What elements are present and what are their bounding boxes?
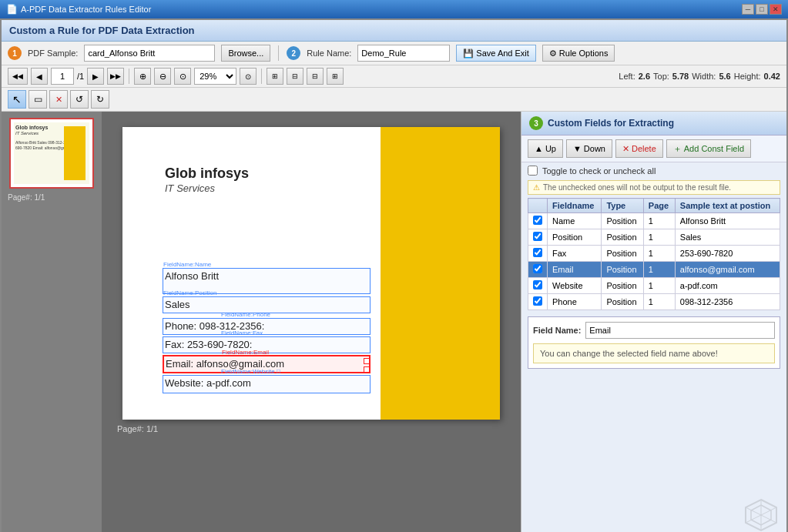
close-button[interactable]: ✕	[770, 4, 782, 15]
card-yellow-block	[381, 127, 500, 420]
col-sample: Sample text at postion	[675, 199, 780, 213]
warning-icon: ⚠	[533, 183, 540, 192]
minimize-button[interactable]: ─	[742, 4, 754, 15]
prev-page-button[interactable]: ◀	[31, 68, 48, 85]
step2-circle: 2	[287, 46, 300, 60]
row-check[interactable]	[528, 278, 548, 294]
warning-text: The unchecked ones will not be output to…	[543, 183, 731, 192]
last-page-button[interactable]: ▶▶	[107, 68, 124, 85]
row-checkbox-4[interactable]	[533, 280, 542, 289]
page-number-input[interactable]	[51, 68, 74, 85]
resize-handle[interactable]	[364, 358, 370, 364]
zoom-in-button[interactable]: ⊖	[154, 68, 171, 85]
cursor-tool-button[interactable]: ↖	[8, 90, 26, 109]
row-check[interactable]	[528, 294, 548, 310]
up-button[interactable]: ▲ Up	[528, 139, 563, 158]
options-icon: ⚙	[549, 49, 557, 59]
row-page: 1	[643, 213, 675, 229]
zoom-out-button[interactable]: ⊕	[134, 68, 151, 85]
title-bar-left: 📄 A-PDF Data Extractor Rules Editor	[6, 4, 151, 15]
refresh-button[interactable]: ⊙	[240, 68, 257, 85]
hint-text: You can change the selected field name a…	[540, 349, 718, 358]
browse-button[interactable]: Browse...	[221, 45, 270, 62]
step3-circle: 3	[529, 116, 543, 130]
preview-area[interactable]: Glob infosys IT Services FieldName:Name …	[102, 112, 521, 532]
down-label: Down	[584, 144, 605, 153]
delete-tool-button[interactable]: ✕	[49, 90, 68, 109]
page-total: /1	[77, 72, 84, 81]
up-icon: ▲	[535, 144, 543, 153]
fit-button[interactable]: ⊙	[174, 68, 191, 85]
row-page: 1	[643, 278, 675, 294]
table-row[interactable]: Phone Position 1 098-312-2356	[528, 294, 780, 310]
table-row[interactable]: Website Position 1 a-pdf.com	[528, 278, 780, 294]
field-phone-overlay[interactable]: FieldName:Phone Phone: 098-312-2356:	[163, 318, 371, 335]
tool-btn3[interactable]: ⊟	[307, 68, 324, 85]
col-page: Page	[643, 199, 675, 213]
fields-table: Fieldname Type Page Sample text at posti…	[528, 198, 780, 310]
toggle-all-checkbox[interactable]	[528, 166, 538, 176]
table-row[interactable]: Fax Position 1 253-690-7820	[528, 246, 780, 262]
field-name-input[interactable]	[585, 322, 775, 339]
resize-handle2[interactable]	[364, 366, 370, 373]
step1-circle: 1	[8, 46, 22, 60]
warning-bar: ⚠ The unchecked ones will not be output …	[528, 180, 780, 195]
table-row[interactable]: Position Position 1 Sales	[528, 229, 780, 246]
row-sample: 098-312-2356	[675, 294, 780, 310]
zoom-select[interactable]: 29% 50% 75% 100%	[194, 68, 236, 85]
row-checkbox-3[interactable]	[533, 264, 542, 273]
pdf-sample-input[interactable]	[84, 45, 215, 62]
field-editor: Field Name: You can change the selected …	[528, 316, 780, 369]
tool-btn1[interactable]: ⊞	[267, 68, 283, 85]
left-value: 2.6	[639, 72, 650, 81]
table-row[interactable]: Email Position 1 alfonso@gmail.com	[528, 262, 780, 278]
down-icon: ▼	[573, 144, 582, 153]
add-const-button[interactable]: ＋ Add Const Field	[666, 139, 751, 158]
toggle-row: Toggle to check or uncheck all	[521, 162, 786, 179]
sep-nav	[129, 69, 129, 84]
row-check[interactable]	[528, 229, 548, 246]
rule-name-input[interactable]	[357, 45, 450, 62]
down-button[interactable]: ▼ Down	[566, 139, 612, 158]
save-exit-button[interactable]: 💾 Save And Exit	[456, 45, 536, 62]
website-value: Website: a-pdf.com	[165, 377, 251, 389]
row-check[interactable]	[528, 246, 548, 262]
row-type: Position	[602, 278, 643, 294]
page-indicator: Page#: 1/1	[8, 193, 45, 202]
maximize-button[interactable]: □	[756, 4, 768, 15]
rule-options-label: Rule Options	[559, 49, 609, 58]
toggle-label: Toggle to check or uncheck all	[542, 166, 656, 176]
row-checkbox-2[interactable]	[533, 248, 542, 257]
field-email-tag: FieldName:Email	[222, 349, 269, 356]
row-check[interactable]	[528, 262, 548, 278]
thumbnail-item[interactable]: Glob infosys IT Services Alfonso Britt S…	[9, 118, 94, 189]
row-check[interactable]	[528, 213, 548, 229]
first-page-button[interactable]: ◀◀	[8, 68, 28, 85]
row-type: Position	[602, 294, 643, 310]
field-phone-tag: FieldName:Phone	[221, 311, 270, 318]
add-const-label: Add Const Field	[684, 144, 744, 153]
thumbnail-yellow-block	[64, 126, 86, 180]
rule-options-button[interactable]: ⚙ Rule Options	[542, 45, 615, 62]
col-check	[528, 199, 548, 213]
position-value: Sales	[165, 299, 190, 310]
row-checkbox-1[interactable]	[533, 232, 542, 241]
card-company-name: Glob infosys	[165, 166, 249, 182]
height-value: 0.42	[764, 72, 780, 81]
right-panel: 3 Custom Fields for Extracting ▲ Up ▼ Do…	[521, 112, 786, 532]
field-website-overlay[interactable]: FieldName:Website □ Website: a-pdf.com	[163, 375, 371, 393]
table-row[interactable]: Name Position 1 Alfonso Britt	[528, 213, 780, 229]
row-checkbox-0[interactable]	[533, 216, 542, 225]
row-sample: Alfonso Britt	[675, 213, 780, 229]
undo-tool-button[interactable]: ↺	[70, 90, 89, 109]
tool-btn2[interactable]: ⊟	[287, 68, 303, 85]
redo-tool-button[interactable]: ↻	[91, 90, 109, 109]
row-checkbox-5[interactable]	[533, 296, 542, 306]
rect-tool-button[interactable]: ▭	[29, 90, 47, 109]
tool-btn4[interactable]: ⊞	[327, 68, 344, 85]
row-type: Position	[602, 229, 643, 246]
next-page-button[interactable]: ▶	[87, 68, 104, 85]
title-bar: 📄 A-PDF Data Extractor Rules Editor ─ □ …	[0, 0, 788, 18]
delete-button[interactable]: ✕ Delete	[615, 139, 663, 158]
width-label: Width:	[692, 72, 716, 81]
